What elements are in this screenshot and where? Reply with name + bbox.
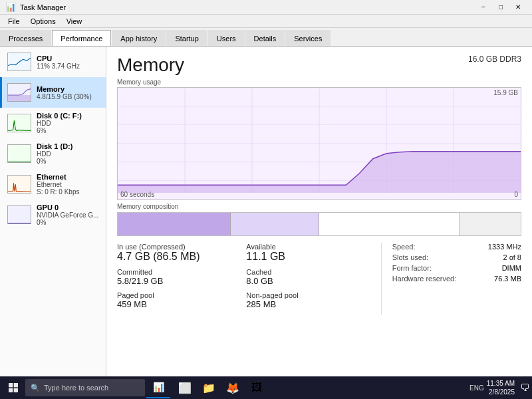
memory-name: Memory xyxy=(37,85,100,93)
svg-rect-15 xyxy=(14,388,18,392)
maximize-button[interactable]: □ xyxy=(492,0,509,15)
stat-paged-pool: Paged pool 459 MB xyxy=(117,291,246,309)
stats-left: In use (Compressed) 4.7 GB (86.5 MB) Com… xyxy=(117,243,246,315)
tab-performance[interactable]: Performance xyxy=(52,30,111,46)
tab-details[interactable]: Details xyxy=(245,30,285,46)
sidebar-item-memory[interactable]: Memory 4.8/15.9 GB (30%) xyxy=(0,77,106,108)
cached-value: 8.0 GB xyxy=(246,276,375,286)
disk1-detail1: HDD xyxy=(37,150,100,158)
main-area: CPU 11% 3.74 GHz Memory 4.8/15.9 GB (30%… xyxy=(0,47,532,376)
minimize-button[interactable]: − xyxy=(475,0,492,15)
taskbar-search-box[interactable]: 🔍 Type here to search xyxy=(25,379,145,396)
composition-label: Memory composition xyxy=(117,203,521,210)
memory-spec: 16.0 GB DDR3 xyxy=(468,55,521,64)
disk1-thumbnail xyxy=(7,144,31,163)
tab-processes[interactable]: Processes xyxy=(0,30,51,46)
tabs: Processes Performance App history Startu… xyxy=(0,28,532,47)
committed-value: 5.8/21.9 GB xyxy=(117,276,246,286)
memory-title: Memory xyxy=(117,55,184,76)
ethernet-detail1: Ethernet xyxy=(37,181,100,188)
gpu0-detail2: 0% xyxy=(37,219,100,226)
taskbar-left: 🔍 Type here to search 📊 ⬜ 📁 🦊 🖼 xyxy=(3,377,267,398)
available-value: 11.1 GB xyxy=(246,251,375,263)
svg-rect-14 xyxy=(9,388,13,392)
disk0-sidebar-text: Disk 0 (C: F:) HDD 6% xyxy=(37,112,100,134)
disk0-thumbnail xyxy=(7,114,31,132)
memory-thumbnail xyxy=(7,83,31,102)
tab-app-history[interactable]: App history xyxy=(112,30,166,46)
notification-icon[interactable]: 🗨 xyxy=(520,382,529,393)
comp-seg-1 xyxy=(231,213,319,235)
hw-reserved-label: Hardware reserved: xyxy=(392,275,457,283)
ethernet-name: Ethernet xyxy=(37,173,100,181)
menu-file[interactable]: File xyxy=(3,16,25,27)
cpu-thumbnail xyxy=(7,53,31,71)
sidebar-item-cpu[interactable]: CPU 11% 3.74 GHz xyxy=(0,47,106,77)
non-paged-pool-value: 285 MB xyxy=(246,299,375,309)
memory-detail: 4.8/15.9 GB (30%) xyxy=(37,93,100,100)
stat-committed: Committed 5.8/21.9 GB xyxy=(117,268,246,286)
stat-row-hw-reserved: Hardware reserved: 76.3 MB xyxy=(392,275,521,283)
cpu-sidebar-text: CPU 11% 3.74 GHz xyxy=(37,55,100,70)
taskbar-search-text: Type here to search xyxy=(44,384,108,392)
tab-users[interactable]: Users xyxy=(208,30,245,46)
tab-services[interactable]: Services xyxy=(285,30,331,46)
comp-seg-3 xyxy=(460,213,521,235)
close-button[interactable]: ✕ xyxy=(509,0,527,15)
memory-chart: 15.9 GB 60 seconds 0 xyxy=(117,87,521,200)
paged-pool-label: Paged pool xyxy=(117,291,246,299)
memory-usage-label: Memory usage xyxy=(117,78,521,86)
speed-label: Speed: xyxy=(392,243,416,251)
tab-startup[interactable]: Startup xyxy=(166,30,207,46)
stat-in-use: In use (Compressed) 4.7 GB (86.5 MB) xyxy=(117,243,246,263)
svg-rect-13 xyxy=(14,383,18,387)
title-bar-icon: 📊 xyxy=(5,2,16,12)
ethernet-detail2: S: 0 R: 0 Kbps xyxy=(37,188,100,196)
stat-cached: Cached 8.0 GB xyxy=(246,268,375,286)
stat-row-speed: Speed: 1333 MHz xyxy=(392,243,521,251)
chart-zero-label: 0 xyxy=(514,191,518,198)
content-area: Memory 16.0 GB DDR3 Memory usage xyxy=(106,47,532,376)
taskbar-app-task-manager[interactable]: 📊 xyxy=(146,377,170,398)
cpu-name: CPU xyxy=(37,55,100,63)
slots-label: Slots used: xyxy=(392,253,428,261)
ethernet-thumbnail xyxy=(7,175,31,194)
taskbar-app-firefox[interactable]: 🦊 xyxy=(222,377,243,398)
committed-label: Committed xyxy=(117,268,246,276)
stat-available: Available 11.1 GB xyxy=(246,243,375,263)
sidebar-item-ethernet[interactable]: Ethernet Ethernet S: 0 R: 0 Kbps xyxy=(0,169,106,200)
menu-view[interactable]: View xyxy=(61,16,88,27)
taskbar-pinned-apps: ⬜ 📁 🦊 🖼 xyxy=(174,377,267,398)
menu-options[interactable]: Options xyxy=(25,16,61,27)
disk0-detail1: HDD xyxy=(37,120,100,127)
disk0-detail2: 6% xyxy=(37,127,100,134)
cached-label: Cached xyxy=(246,268,375,276)
taskbar-app-explorer[interactable]: 📁 xyxy=(198,377,219,398)
taskbar-clock: 11:35 AM 2/8/2025 xyxy=(487,379,515,396)
form-label: Form factor: xyxy=(392,264,432,272)
taskbar-app-taskview[interactable]: ⬜ xyxy=(174,377,196,398)
sidebar-item-disk0[interactable]: Disk 0 (C: F:) HDD 6% xyxy=(0,108,106,138)
memory-header: Memory 16.0 GB DDR3 xyxy=(117,55,521,76)
stat-non-paged-pool: Non-paged pool 285 MB xyxy=(246,291,375,309)
ethernet-sidebar-text: Ethernet Ethernet S: 0 R: 0 Kbps xyxy=(37,173,100,196)
title-bar-title: Task Manager xyxy=(20,3,66,11)
in-use-value: 4.7 GB (86.5 MB) xyxy=(117,251,246,263)
title-bar: 📊 Task Manager − □ ✕ xyxy=(0,0,532,15)
gpu0-name: GPU 0 xyxy=(37,203,100,211)
disk1-name: Disk 1 (D:) xyxy=(37,142,100,150)
disk0-name: Disk 0 (C: F:) xyxy=(37,112,100,120)
taskbar-app-photos[interactable]: 🖼 xyxy=(246,377,267,398)
taskbar-time: 11:35 AM xyxy=(487,379,515,388)
start-button[interactable] xyxy=(3,377,24,398)
form-value: DIMM xyxy=(502,264,521,272)
paged-pool-value: 459 MB xyxy=(117,299,246,309)
sidebar-item-disk1[interactable]: Disk 1 (D:) HDD 0% xyxy=(0,138,106,169)
cpu-detail: 11% 3.74 GHz xyxy=(37,63,100,70)
stats-middle: Available 11.1 GB Cached 8.0 GB Non-page… xyxy=(246,243,375,315)
stat-row-form: Form factor: DIMM xyxy=(392,264,521,272)
taskbar-date: 2/8/2025 xyxy=(487,388,515,396)
sidebar-item-gpu0[interactable]: GPU 0 NVIDIA GeForce G... 0% xyxy=(0,200,106,230)
taskbar-right: ENG 11:35 AM 2/8/2025 🗨 xyxy=(469,379,529,396)
hw-reserved-value: 76.3 MB xyxy=(494,275,521,283)
